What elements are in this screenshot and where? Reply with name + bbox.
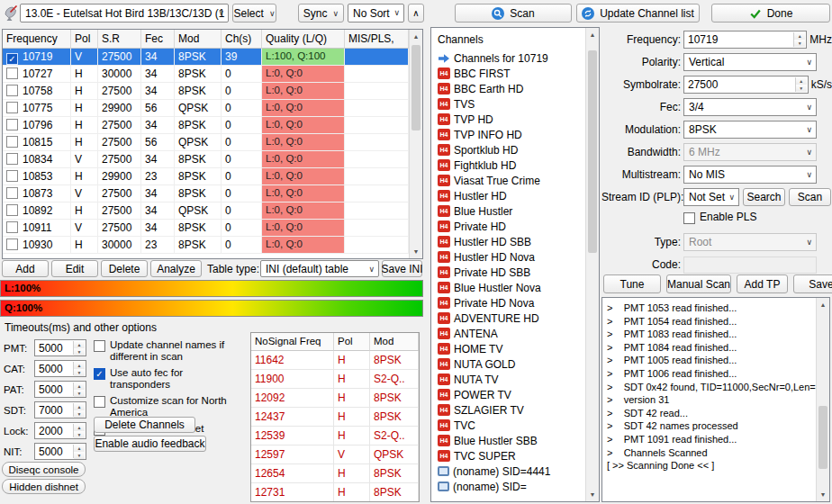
list-item[interactable]: H4NUTA GOLD [438, 356, 585, 372]
list-item[interactable]: H4POWER TV [438, 387, 585, 402]
spin-down-icon[interactable]: ▼ [796, 85, 807, 92]
column-header[interactable]: S.R [98, 30, 141, 49]
transponder-table-scrollbar[interactable]: ▲ ▼ [409, 30, 422, 258]
table-row[interactable]: 10853H29900238PSK0L:0, Q:0 [3, 168, 409, 185]
column-header[interactable]: Fec [141, 30, 175, 49]
row-checkbox[interactable] [6, 119, 18, 130]
dropdown[interactable]: 6 MHz∨ [683, 143, 817, 161]
enable-audio-feedback-button[interactable]: Enable audio feedback [94, 436, 206, 452]
table-row[interactable]: 12654H8PSK [251, 464, 419, 483]
spin-down-icon[interactable]: ▼ [74, 348, 85, 356]
spin-input[interactable]: 27500▲▼ [683, 76, 809, 94]
tune-button[interactable]: Tune [603, 274, 661, 293]
list-item[interactable]: H4ADVENTURE HD [438, 310, 585, 326]
scroll-down-icon[interactable]: ▼ [410, 245, 422, 258]
scrollbar-thumb[interactable] [588, 50, 597, 253]
spin-down-icon[interactable]: ▼ [794, 40, 805, 47]
option-checkbox[interactable]: Update channel names if different in sca… [94, 339, 245, 363]
spin-up-icon[interactable]: ▲ [74, 382, 85, 390]
table-type-dropdown[interactable]: INI (default) table ∨ [260, 260, 379, 277]
column-header[interactable]: Frequency [3, 30, 71, 49]
column-header[interactable]: Mod [370, 333, 419, 351]
spinner-buttons[interactable]: ▲▼ [795, 77, 807, 92]
list-item[interactable]: H4HOME TV [438, 341, 585, 356]
list-item[interactable]: H4Private HD SBB [438, 265, 585, 280]
table-row[interactable]: 10873V27500348PSK0L:0, Q:0 [3, 185, 409, 202]
list-item[interactable]: H4TVP INFO HD [438, 127, 585, 142]
row-checkbox[interactable] [6, 204, 18, 216]
edit-button[interactable]: Edit [51, 260, 98, 277]
satellite-selector[interactable]: 13.0E - Eutelsat Hot Bird 13B/13C/13D (1… [20, 4, 229, 22]
select-button[interactable]: Select ∨ [232, 4, 276, 22]
table-row[interactable]: 10815H2750056QPSK0L:0, Q:0 [3, 134, 409, 151]
pls-type-dropdown[interactable]: Root ∨ [683, 233, 817, 251]
table-row[interactable]: 10758H27500348PSK0L:0, Q:0 [3, 83, 409, 100]
list-item[interactable]: H4BBC Earth HD [438, 81, 585, 96]
column-header[interactable]: Quality (L/Q) [262, 30, 345, 49]
table-row[interactable]: 10775H2990056QPSK0L:0, Q:0 [3, 100, 409, 117]
dropdown[interactable]: 3/4∨ [683, 98, 817, 116]
list-item[interactable]: H4BBC FIRST [438, 66, 585, 81]
column-header[interactable]: NoSignal Freq [251, 333, 334, 351]
column-header[interactable]: Pol [71, 30, 98, 49]
option-checkbox[interactable]: ✓Use auto fec for transponders [94, 367, 245, 391]
table-row[interactable]: 10727H30000348PSK0L:0, Q:0 [3, 66, 409, 83]
row-checkbox[interactable] [6, 85, 18, 96]
save-button[interactable]: Save [793, 274, 832, 293]
spin-input[interactable]: 10719▲▼ [683, 31, 807, 49]
update-channel-list-button[interactable]: Update Channel list [576, 4, 700, 22]
spin-down-icon[interactable]: ▼ [74, 431, 85, 438]
row-checkbox[interactable] [6, 187, 18, 199]
pls-code-input[interactable] [683, 256, 817, 274]
save-ini-button[interactable]: Save INI [382, 260, 422, 277]
row-checkbox[interactable] [6, 102, 18, 113]
table-row[interactable]: 12539HS2-Q.. [251, 427, 419, 446]
spin-down-icon[interactable]: ▼ [74, 390, 85, 397]
spinner-buttons[interactable]: ▲▼ [73, 424, 85, 437]
search-button[interactable]: Search [743, 188, 785, 206]
spin-input[interactable]: 5000▲▼ [34, 443, 86, 460]
table-row[interactable]: 12437H8PSK [251, 408, 419, 427]
spin-input[interactable]: 2000▲▼ [34, 422, 86, 439]
table-row[interactable]: 10892H2750034QPSK0L:0, Q:0 [3, 202, 409, 220]
add-button[interactable]: Add [2, 260, 49, 277]
spin-up-icon[interactable]: ▲ [74, 362, 85, 369]
spinner-buttons[interactable]: ▲▼ [73, 445, 85, 458]
list-item[interactable]: H4Fightklub HD [438, 158, 585, 173]
dropdown[interactable]: 8PSK∨ [683, 121, 817, 139]
list-item[interactable]: H4TVC SUPER [438, 448, 585, 464]
list-item[interactable]: H4TVC [438, 418, 585, 433]
add-tp-button[interactable]: Add TP [737, 274, 788, 293]
spin-down-icon[interactable]: ▼ [74, 369, 85, 376]
spin-input[interactable]: 7000▲▼ [34, 401, 86, 418]
table-row[interactable]: 10796H27500348PSK0L:0, Q:0 [3, 117, 409, 134]
scroll-up-icon[interactable]: ▲ [410, 30, 422, 43]
list-item[interactable]: (noname) SID= [438, 479, 585, 494]
channels-for-header[interactable]: Channels for 10719 [438, 50, 585, 66]
list-item[interactable]: (noname) SID=4441 [438, 464, 585, 479]
diseqc-console-button[interactable]: Diseqc console [2, 462, 86, 477]
spinner-buttons[interactable]: ▲▼ [793, 32, 805, 47]
delete-channels-button[interactable]: Delete Channels [94, 417, 195, 433]
spin-up-icon[interactable]: ▲ [796, 77, 807, 85]
row-checkbox[interactable] [6, 153, 18, 165]
scroll-down-icon[interactable]: ▼ [817, 488, 829, 501]
column-header[interactable]: Ch(s) [222, 30, 262, 49]
table-row[interactable]: 12731H8PSK [251, 483, 419, 502]
column-header[interactable]: Pol [334, 333, 370, 351]
table-row[interactable]: ✓10719V27500348PSK39L:100, Q:100 [3, 49, 409, 66]
column-header[interactable]: Mod [175, 30, 222, 49]
spin-up-icon[interactable]: ▲ [74, 424, 85, 431]
spin-up-icon[interactable]: ▲ [74, 341, 85, 348]
spin-input[interactable]: 5000▲▼ [34, 339, 86, 356]
enable-pls-checkbox[interactable]: Enable PLS [683, 212, 756, 224]
list-item[interactable]: H4Private HD [438, 219, 585, 234]
channels-scrollbar[interactable]: ▲ ▼ [585, 28, 599, 501]
manual-scan-button[interactable]: Manual Scan [666, 274, 731, 293]
table-row[interactable]: 10911V27500348PSK0L:0, Q:0 [3, 220, 409, 237]
dropdown[interactable]: Vertical∨ [683, 53, 817, 71]
row-checkbox[interactable]: ✓ [6, 53, 18, 65]
done-button[interactable]: Done [711, 4, 830, 22]
spinner-buttons[interactable]: ▲▼ [73, 403, 85, 417]
table-row[interactable]: 11642H8PSK [251, 351, 419, 370]
